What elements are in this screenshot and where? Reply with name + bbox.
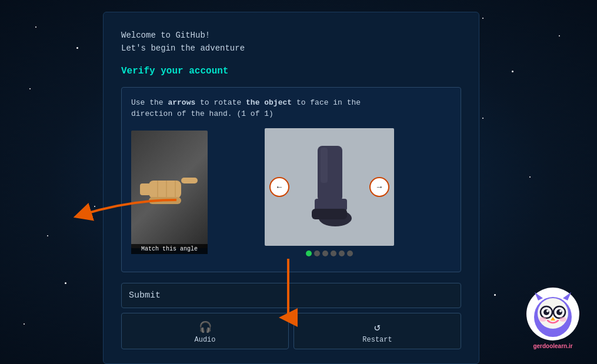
star xyxy=(94,206,95,207)
svg-point-26 xyxy=(539,317,546,322)
reference-image xyxy=(131,131,208,248)
instruction-text: Use the arrows to rotate the object to f… xyxy=(131,97,451,120)
verify-title: Verify your account xyxy=(121,66,461,76)
audio-label: Audio xyxy=(194,336,215,344)
star xyxy=(482,118,483,119)
main-card: Welcome to GitHub! Let's begin the adven… xyxy=(103,12,479,364)
instruction-count: (1 of 1) xyxy=(236,109,273,118)
instruction-to-face: to face in the xyxy=(292,98,361,107)
match-label: Match this angle xyxy=(131,244,208,254)
star xyxy=(65,282,66,284)
instruction-to-rotate: to rotate xyxy=(195,98,246,107)
star xyxy=(76,47,78,49)
audio-button[interactable]: 🎧 Audio xyxy=(121,313,289,349)
svg-point-21 xyxy=(546,310,549,312)
instruction-direction: direction of the hand. xyxy=(131,109,236,118)
star xyxy=(24,323,25,325)
instruction-arrows: arrows xyxy=(168,98,195,107)
dot-1 xyxy=(306,251,312,256)
dot-3 xyxy=(322,251,328,256)
rotate-right-button[interactable]: → xyxy=(369,177,389,197)
bottom-buttons-row: 🎧 Audio ↺ Restart xyxy=(121,313,461,349)
dot-2 xyxy=(314,251,320,256)
logo-container: gerdoolearn.ir xyxy=(521,288,585,352)
dot-4 xyxy=(331,251,336,256)
star xyxy=(529,176,531,178)
dot-6 xyxy=(347,251,353,256)
svg-rect-0 xyxy=(149,181,181,198)
star xyxy=(35,26,36,28)
svg-rect-1 xyxy=(181,178,198,183)
svg-rect-6 xyxy=(140,183,151,195)
dot-5 xyxy=(339,251,345,256)
logo-circle xyxy=(526,288,579,340)
star xyxy=(512,71,513,72)
rotate-image-wrapper: ← → xyxy=(265,128,394,246)
restart-label: Restart xyxy=(362,336,392,344)
headphones-icon: 🎧 xyxy=(199,320,212,333)
progress-dots xyxy=(306,251,353,256)
star xyxy=(482,18,483,19)
boot-illustration xyxy=(303,143,356,231)
svg-rect-10 xyxy=(312,209,347,219)
restart-button[interactable]: ↺ Restart xyxy=(294,313,461,349)
submit-button[interactable]: Submit xyxy=(121,283,461,308)
svg-point-27 xyxy=(559,317,566,322)
restart-icon: ↺ xyxy=(374,320,381,333)
images-row: Match this angle ← xyxy=(131,128,451,256)
reference-image-container: Match this angle xyxy=(131,131,208,254)
star xyxy=(494,294,496,296)
welcome-line2: Let's begin the adventure xyxy=(121,42,461,55)
svg-point-23 xyxy=(556,309,562,315)
svg-rect-2 xyxy=(149,197,181,204)
star xyxy=(559,35,560,36)
star xyxy=(47,235,48,236)
svg-rect-11 xyxy=(321,148,328,183)
welcome-line1: Welcome to GitHub! xyxy=(121,29,461,42)
instruction-object: the object xyxy=(246,98,292,107)
instruction-use: Use the xyxy=(131,98,168,107)
hand-illustration xyxy=(137,169,202,210)
svg-point-20 xyxy=(543,309,549,315)
captcha-box: Use the arrows to rotate the object to f… xyxy=(121,87,461,272)
rotate-left-button[interactable]: ← xyxy=(269,177,289,197)
logo-text: gerdoolearn.ir xyxy=(533,343,572,349)
rotate-image-container: ← → xyxy=(208,128,451,256)
logo-svg xyxy=(526,288,579,340)
star xyxy=(29,88,31,89)
welcome-text: Welcome to GitHub! Let's begin the adven… xyxy=(121,29,461,55)
svg-point-24 xyxy=(559,310,562,312)
